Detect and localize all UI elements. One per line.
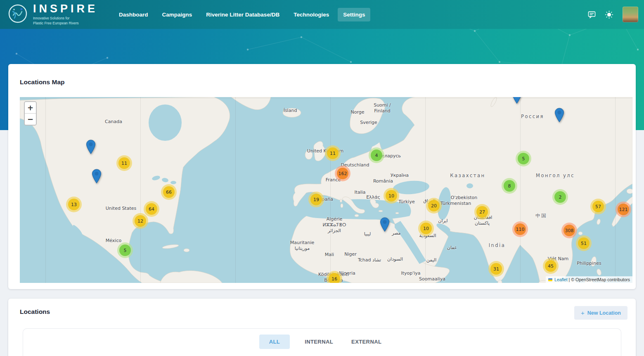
map-pin[interactable] xyxy=(554,108,564,124)
cluster-marker[interactable]: 20 xyxy=(426,198,442,214)
locations-tabs: ALLINTERNALEXTERNAL xyxy=(23,335,621,349)
nav-item-dashboard[interactable]: Dashboard xyxy=(114,8,154,21)
map-zoom-control: + − xyxy=(24,101,37,126)
cluster-marker[interactable]: 5 xyxy=(516,151,531,166)
cluster-marker[interactable]: 66 xyxy=(161,184,177,200)
cluster-marker[interactable]: 162 xyxy=(335,166,350,181)
crete xyxy=(379,210,383,212)
map-gridline xyxy=(140,97,141,283)
locations-tabs-panel: ALLINTERNALEXTERNAL xyxy=(23,328,621,356)
cluster-marker[interactable]: 12 xyxy=(133,213,148,229)
cluster-marker[interactable]: 110 xyxy=(512,221,528,237)
philippines-1 xyxy=(590,256,597,267)
map-gridline xyxy=(20,98,632,98)
nav-item-riverine-litter-database-db[interactable]: Riverine Litter Database/DB xyxy=(201,8,285,21)
top-navbar: INSPIRE Innovative Solutions for Plastic… xyxy=(0,0,644,29)
brand-name: INSPIRE xyxy=(33,3,98,14)
map-gridline xyxy=(45,97,46,283)
zoom-in-button[interactable]: + xyxy=(25,102,36,113)
locations-card: Locations + New Location ALLINTERNALEXTE… xyxy=(8,299,636,356)
map-card-title: Locations Map xyxy=(20,78,65,86)
brand-tagline-2: Plastic Free European Rivers xyxy=(33,21,98,26)
cluster-marker[interactable]: 13 xyxy=(66,197,82,212)
attribution-separator: | xyxy=(569,277,570,282)
map-gridline xyxy=(425,97,426,283)
plus-icon: + xyxy=(581,310,585,316)
map-gridline xyxy=(520,97,521,283)
cluster-marker[interactable]: 5 xyxy=(117,242,133,258)
map-gridline xyxy=(330,97,331,283)
cluster-marker[interactable]: 11 xyxy=(116,155,132,171)
south-america xyxy=(160,271,222,283)
map-canvas[interactable]: + − Leaflet | © OpenStreetMap contributo… xyxy=(20,97,632,283)
new-location-label: New Location xyxy=(587,310,621,316)
ireland xyxy=(305,150,313,159)
inspire-logo-icon xyxy=(7,3,28,26)
cluster-marker[interactable]: 10 xyxy=(418,221,434,236)
hispaniola xyxy=(184,249,189,252)
iceland xyxy=(283,108,301,117)
map-pin[interactable] xyxy=(86,140,96,156)
zoom-out-button[interactable]: − xyxy=(25,113,36,125)
cluster-marker[interactable]: 8 xyxy=(502,178,517,194)
cluster-marker[interactable]: 64 xyxy=(144,201,159,217)
cluster-marker[interactable]: 31 xyxy=(488,261,504,277)
cluster-marker[interactable]: 10 xyxy=(384,188,399,204)
openstreetmap-link[interactable]: OpenStreetMap contributors xyxy=(575,277,630,282)
cluster-marker[interactable]: 51 xyxy=(576,235,592,251)
cluster-marker[interactable]: 4 xyxy=(369,147,384,163)
greenland xyxy=(231,97,271,110)
taiwan xyxy=(596,218,601,225)
cluster-marker[interactable]: 45 xyxy=(543,258,559,274)
chat-icon[interactable] xyxy=(588,11,596,19)
great-britain xyxy=(314,141,326,161)
cluster-marker[interactable]: 121 xyxy=(616,202,631,217)
leaflet-link[interactable]: Leaflet xyxy=(554,277,568,282)
world-map-land xyxy=(20,97,632,283)
user-avatar[interactable] xyxy=(623,7,638,22)
theme-icon[interactable] xyxy=(605,10,613,19)
new-location-button[interactable]: + New Location xyxy=(574,306,627,320)
locations-title: Locations xyxy=(20,308,50,316)
nav-item-settings[interactable]: Settings xyxy=(338,8,370,21)
cyprus xyxy=(395,212,399,214)
tab-all[interactable]: ALL xyxy=(259,335,290,349)
cuba xyxy=(162,244,179,249)
cluster-marker[interactable]: 308 xyxy=(561,223,577,238)
map-pin[interactable] xyxy=(92,169,102,185)
tab-external[interactable]: EXTERNAL xyxy=(348,335,385,349)
nav-right xyxy=(588,0,638,29)
cluster-marker[interactable]: 19 xyxy=(308,192,324,207)
nav-item-technologies[interactable]: Technologies xyxy=(288,8,334,21)
map-pin[interactable] xyxy=(380,217,390,234)
map-gridline xyxy=(235,97,236,283)
cluster-marker[interactable]: 57 xyxy=(590,199,606,214)
cluster-marker[interactable]: 27 xyxy=(474,204,490,220)
map-gridline xyxy=(615,97,616,283)
hudson-bay xyxy=(149,104,182,141)
page: INSPIRE Innovative Solutions for Plastic… xyxy=(0,0,644,356)
brand[interactable]: INSPIRE Innovative Solutions for Plastic… xyxy=(7,3,98,26)
map-pin[interactable] xyxy=(512,97,522,106)
tab-internal[interactable]: INTERNAL xyxy=(301,335,336,349)
map-attribution: Leaflet | © OpenStreetMap contributors xyxy=(546,276,632,283)
copyright-symbol: © xyxy=(571,277,574,282)
locations-map-card: Locations Map xyxy=(8,64,636,289)
nav-menu: DashboardCampaignsRiverine Litter Databa… xyxy=(114,8,370,21)
brand-tagline-1: Innovative Solutions for xyxy=(33,16,98,21)
sicily xyxy=(355,214,359,217)
cluster-marker[interactable]: 2 xyxy=(552,189,568,205)
scandinavia xyxy=(350,98,385,134)
cluster-marker[interactable]: 11 xyxy=(325,145,341,161)
flag-icon xyxy=(548,278,552,281)
nav-item-campaigns[interactable]: Campaigns xyxy=(157,8,198,21)
